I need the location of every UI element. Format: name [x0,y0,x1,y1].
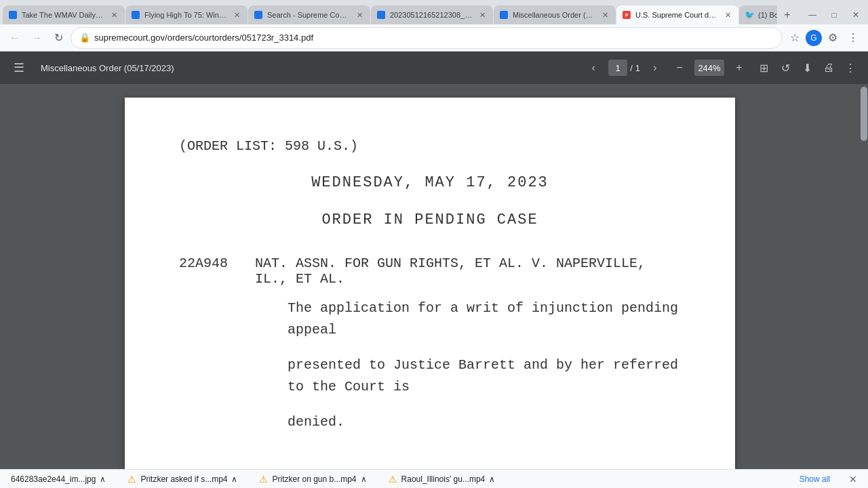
pdf-zoom-in-button[interactable]: + [730,58,749,77]
pdf-download-button[interactable]: ⬇ [797,58,816,77]
tab-6[interactable]: P U.S. Supreme Court decli... ✕ [616,5,738,24]
bookmark-star-icon[interactable]: ☆ [785,28,804,47]
pdf-content-area: (ORDER LIST: 598 U.S.) WEDNESDAY, MAY 17… [0,84,860,469]
pdf-case-title: NAT. ASSN. FOR GUN RIGHTS, ET AL. V. NAP… [255,256,681,287]
warning-icon-3: ⚠ [259,474,268,485]
download-1-name: 646283ae2e44_im...jpg [11,474,96,484]
pdf-body-line1: The application for a writ of injunction… [288,298,681,341]
warning-icon-4: ⚠ [389,474,397,485]
tab-5-title: Miscellaneous Order (05/... [513,11,595,19]
tab-2-close[interactable]: ✕ [231,9,242,20]
tab-2-title: Flying High To 75: Win $7... [144,11,227,19]
tab-7-title: (1) Bob Morgan on Twitt... [758,11,777,19]
tab-6-close[interactable]: ✕ [722,9,733,20]
pdf-heading: ORDER IN PENDING CASE [179,211,681,228]
tab-2[interactable]: Flying High To 75: Win $7... ✕ [125,5,248,24]
pdf-order-list: (ORDER LIST: 598 U.S.) [179,138,681,154]
menu-icon[interactable]: ⋮ [844,28,863,47]
toolbar-right: ☆ G ⚙ ⋮ [785,28,863,47]
download-3-chevron-icon[interactable]: ∧ [361,474,367,484]
pdf-page-input[interactable] [608,60,627,76]
pdf-body-line2: presented to Justice Barrett and by her … [288,354,681,398]
pdf-page-indicator: / 1 [608,60,640,76]
address-bar[interactable]: 🔒 supremecourt.gov/orders/courtorders/05… [71,27,783,49]
pdf-page: (ORDER LIST: 598 U.S.) WEDNESDAY, MAY 17… [125,98,735,469]
tab-5-favicon [499,10,509,20]
show-all-downloads-button[interactable]: Show all [800,474,830,484]
pdf-toolbar: ☰ Miscellaneous Order (05/17/2023) ‹ / 1… [0,52,868,84]
pdf-case-number: 22A948 [179,256,228,287]
profile-icon[interactable]: G [806,30,822,46]
pdf-right-buttons: ⊞ ↺ ⬇ 🖨 ⋮ [754,58,860,77]
pdf-scrollbar[interactable] [860,84,868,469]
pdf-print-button[interactable]: 🖨 [819,58,838,77]
pdf-prev-page-button[interactable]: ‹ [584,58,603,77]
tab-4[interactable]: 20230512165212308_NA... ✕ [371,5,493,24]
download-2-chevron-icon[interactable]: ∧ [231,474,237,484]
tab-6-title: U.S. Supreme Court decli... [635,11,718,19]
tab-5[interactable]: Miscellaneous Order (05/... ✕ [494,5,616,24]
tab-7-favicon: 🐦 [745,10,754,20]
download-4-name: Raoul_Illinois' gu...mp4 [401,474,486,484]
warning-icon-2: ⚠ [127,474,136,485]
close-downloads-bar-button[interactable]: ✕ [844,470,863,489]
pdf-body-line3: denied. [288,411,681,433]
tab-5-close[interactable]: ✕ [599,9,610,20]
tab-4-favicon [376,10,386,20]
download-1-chevron-icon[interactable]: ∧ [100,474,106,484]
tab-1-close[interactable]: ✕ [108,9,119,20]
security-lock-icon: 🔒 [79,33,90,43]
tab-1-title: Take The WMAV Daily Poll ... [22,11,104,19]
forward-button[interactable]: → [27,28,46,47]
pdf-zoom-out-button[interactable]: − [670,58,689,77]
pdf-fit-page-button[interactable]: ⊞ [754,58,773,77]
download-item-3[interactable]: ⚠ Pritzker on gun b...mp4 ∧ [254,472,372,486]
pdf-more-button[interactable]: ⋮ [841,58,860,77]
download-3-name: Pritzker on gun b...mp4 [272,474,356,484]
download-item-1[interactable]: 646283ae2e44_im...jpg ∧ [5,473,111,485]
tab-bar: Take The WMAV Daily Poll ... ✕ Flying Hi… [0,0,868,24]
pdf-menu-button[interactable]: ☰ [8,57,30,79]
pdf-total-pages: 1 [635,63,640,73]
download-bar: 646283ae2e44_im...jpg ∧ ⚠ Pritzker asked… [0,469,868,488]
pdf-page-separator: / [630,63,633,73]
pdf-rotate-button[interactable]: ↺ [776,58,795,77]
tab-4-title: 20230512165212308_NA... [390,11,473,19]
refresh-button[interactable]: ↻ [49,28,68,47]
tab-6-favicon: P [622,10,631,20]
nav-toolbar: ← → ↻ 🔒 supremecourt.gov/orders/courtord… [0,24,868,52]
pdf-next-page-button[interactable]: › [646,58,665,77]
pdf-title: Miscellaneous Order (05/17/2023) [41,63,578,73]
download-item-4[interactable]: ⚠ Raoul_Illinois' gu...mp4 ∧ [383,472,501,486]
download-4-chevron-icon[interactable]: ∧ [489,474,495,484]
pdf-case-row: 22A948 NAT. ASSN. FOR GUN RIGHTS, ET AL.… [179,256,681,287]
tab-3-favicon [254,10,263,20]
maximize-button[interactable]: □ [825,5,844,24]
minimize-button[interactable]: — [803,5,822,24]
tab-1[interactable]: Take The WMAV Daily Poll ... ✕ [3,5,125,24]
tab-2-favicon [131,10,140,20]
extensions-icon[interactable]: ⚙ [823,28,842,47]
tab-4-close[interactable]: ✕ [477,9,488,20]
tab-7[interactable]: 🐦 (1) Bob Morgan on Twitt... ✕ [739,5,777,24]
address-text: supremecourt.gov/orders/courtorders/0517… [94,33,774,43]
pdf-body: The application for a writ of injunction… [288,298,681,433]
tab-1-favicon [8,10,18,20]
close-button[interactable]: ✕ [846,5,865,24]
tab-3[interactable]: Search - Supreme Court ... ✕ [248,5,370,24]
new-tab-button[interactable]: + [778,5,797,24]
pdf-date: WEDNESDAY, MAY 17, 2023 [179,174,681,191]
download-item-2[interactable]: ⚠ Pritzker asked if s...mp4 ∧ [122,472,243,486]
pdf-controls: ‹ / 1 › − + [584,58,749,77]
tab-3-close[interactable]: ✕ [354,9,365,20]
tab-3-title: Search - Supreme Court ... [267,11,350,19]
back-button[interactable]: ← [5,28,24,47]
pdf-zoom-input[interactable] [694,60,724,76]
download-2-name: Pritzker asked if s...mp4 [140,474,227,484]
